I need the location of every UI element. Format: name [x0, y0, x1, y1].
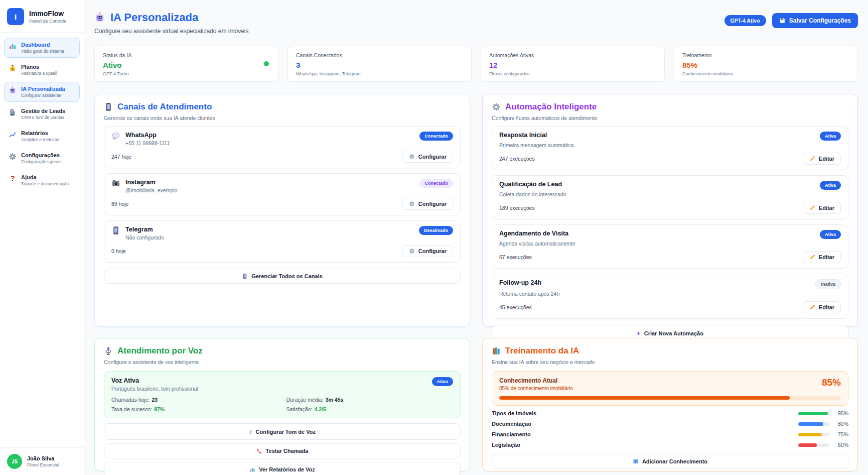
sidebar-item-dashboard[interactable]: Dashboard Visão geral do sistema: [4, 38, 80, 58]
channel-status-badge: Conectado: [419, 132, 453, 141]
plus-icon: +: [637, 329, 641, 337]
test-call-button[interactable]: Testar Chamada: [104, 443, 461, 458]
edit-label: Editar: [819, 156, 834, 162]
sidebar-item-desc: CRM e funil de vendas: [21, 115, 65, 120]
money-bag-icon: [9, 64, 17, 72]
sidebar-item-ajuda[interactable]: ? Ajuda Suporte e documentação: [4, 170, 80, 190]
save-settings-button[interactable]: Salvar Configurações: [772, 13, 858, 28]
pencil-icon: [809, 156, 815, 162]
mobile-phone-icon: [242, 273, 248, 279]
stat-value: Ativo: [103, 61, 270, 69]
configure-channel-button[interactable]: Configurar: [402, 151, 453, 163]
channel-name: WhatsApp: [125, 132, 170, 139]
knowledge-percentage: 85%: [822, 377, 841, 388]
automation-desc: Agenda visitas automaticamente: [499, 241, 841, 247]
stat-sub: Fluxos configurados: [489, 71, 656, 76]
sidebar-item-desc: Visão geral do sistema: [21, 49, 64, 54]
skill-label: Legislação: [492, 442, 798, 448]
pencil-icon: [809, 304, 815, 310]
status-pulse-dot: [264, 61, 269, 66]
skill-row-tipos-de-imoveis: Tipos de Imóveis 95%: [492, 410, 848, 416]
automation-item-resposta-inicial: Resposta Inicial Ativa Primeira mensagem…: [492, 126, 848, 170]
user-name: João Silva: [27, 455, 59, 461]
training-card: Treinamento da IA Ensine sua IA sobre se…: [482, 338, 858, 471]
edit-label: Editar: [819, 254, 834, 260]
configure-voice-tone-button[interactable]: ♪ Configurar Tom de Voz: [104, 423, 461, 440]
stat-label: Canais Conectados: [296, 52, 463, 58]
channel-handle: Não configurado: [125, 234, 164, 241]
edit-automation-button[interactable]: Editar: [803, 202, 841, 214]
channel-item-instagram: Instagram @imobiliaria_exemplo Conectado…: [104, 173, 461, 215]
voice-card: Atendimento por Voz Configure o assisten…: [94, 338, 470, 471]
sidebar-item-desc: Analytics e métricas: [21, 137, 59, 142]
edit-label: Editar: [819, 304, 834, 310]
chat-bubble-icon: [111, 132, 120, 141]
add-knowledge-label: Adicionar Conhecimento: [642, 458, 707, 464]
stat-card-ia-status: Status da IA Ativo GPT-4 Turbo: [94, 46, 278, 82]
microphone-icon: [104, 346, 113, 355]
pencil-icon: [809, 205, 815, 211]
configure-channel-button[interactable]: Configurar: [402, 198, 453, 210]
voice-reports-button[interactable]: Ver Relatórios de Voz: [104, 462, 461, 475]
sidebar-item-label: Relatórios: [21, 130, 59, 136]
automation-status-badge: Ativa: [820, 132, 841, 141]
stat-card-treinamento: Treinamento 85% Conhecimento imobiliário: [674, 46, 858, 82]
edit-automation-button[interactable]: Editar: [803, 153, 841, 165]
sidebar-item-planos[interactable]: Planos Assinatura e upsell: [4, 60, 80, 80]
configure-voice-tone-label: Configurar Tom de Voz: [256, 429, 316, 435]
gpt4-status-badge: GPT-4 Ativo: [725, 15, 766, 26]
automation-count: 189 execuções: [499, 205, 535, 211]
knowledge-progress-fill: [499, 396, 790, 400]
channel-handle: @imobiliaria_exemplo: [125, 187, 177, 193]
sidebar: I ImmoFlow Painel de Controle Dashboard …: [0, 0, 84, 475]
automation-count: 67 execuções: [499, 254, 532, 260]
robot-icon: [9, 86, 17, 94]
create-automation-label: Criar Nova Automação: [644, 330, 703, 336]
skill-percentage: 60%: [834, 442, 848, 448]
sidebar-item-label: Dashboard: [21, 42, 64, 48]
stat-value: 85%: [682, 61, 849, 69]
mobile-phone-icon: [111, 226, 120, 235]
voice-status-desc: Português brasileiro, tom profissional: [111, 386, 198, 392]
configure-channel-button[interactable]: Configurar: [402, 245, 453, 257]
app-logo: I ImmoFlow Painel de Controle: [0, 0, 84, 33]
app-logo-icon: I: [7, 8, 24, 25]
sidebar-item-relatorios[interactable]: Relatórios Analytics e métricas: [4, 126, 80, 146]
manage-all-channels-button[interactable]: Gerenciar Todos os Canais: [104, 269, 461, 284]
channel-name: Instagram: [125, 179, 177, 186]
stat-sub: Conhecimento imobiliário: [682, 71, 849, 76]
sidebar-item-gestao-de-leads[interactable]: Gestão de Leads CRM e funil de vendas: [4, 104, 80, 124]
knowledge-title: Conhecimento Atual: [499, 377, 573, 384]
channel-name: Telegram: [125, 226, 164, 233]
voice-reports-label: Ver Relatórios de Voz: [259, 466, 315, 472]
channel-status-badge: Conectado: [419, 179, 453, 188]
user-profile[interactable]: JS João Silva Plano Essencial: [0, 447, 84, 475]
gear-icon: [409, 154, 415, 160]
gear-icon: [9, 153, 17, 161]
training-card-subtitle: Ensine sua IA sobre seu negócio e mercad…: [492, 359, 848, 365]
edit-automation-button[interactable]: Editar: [803, 301, 841, 313]
automation-desc: Retoma contato após 24h: [499, 291, 841, 297]
automation-status-badge: Inativa: [815, 279, 841, 289]
sidebar-item-configuracoes[interactable]: Configurações Configurações gerais: [4, 148, 80, 168]
sidebar-item-desc: Suporte e documentação: [21, 181, 69, 186]
voice-stat-sucesso: Taxa de sucesso:87%: [111, 406, 278, 412]
stat-label: Status da IA: [103, 52, 270, 58]
gear-icon: [492, 102, 501, 111]
manage-all-channels-label: Gerenciar Todos os Canais: [251, 273, 323, 279]
test-call-label: Testar Chamada: [266, 448, 309, 454]
skill-label: Tipos de Imóveis: [492, 410, 798, 416]
channels-card: Canais de Atendimento Gerencie os canais…: [94, 94, 470, 327]
skill-percentage: 75%: [834, 431, 848, 437]
knowledge-panel: Conhecimento Atual 85% de conhecimento i…: [492, 371, 848, 406]
skill-row-documentacao: Documentação 80%: [492, 421, 848, 427]
page-subtitle: Configure seu assistente virtual especia…: [94, 28, 248, 35]
voice-status-badge: Ativo: [432, 377, 454, 386]
sidebar-item-label: Gestão de Leads: [21, 108, 65, 114]
configure-label: Configurar: [418, 248, 447, 254]
stat-label: Automações Ativas: [489, 52, 656, 58]
app-tagline: Painel de Controle: [29, 19, 66, 24]
sidebar-item-ia-personalizada[interactable]: IA Personalizada Configurar assistente: [4, 82, 80, 102]
edit-automation-button[interactable]: Editar: [803, 251, 841, 263]
add-knowledge-button[interactable]: Adicionar Conhecimento: [492, 454, 848, 469]
